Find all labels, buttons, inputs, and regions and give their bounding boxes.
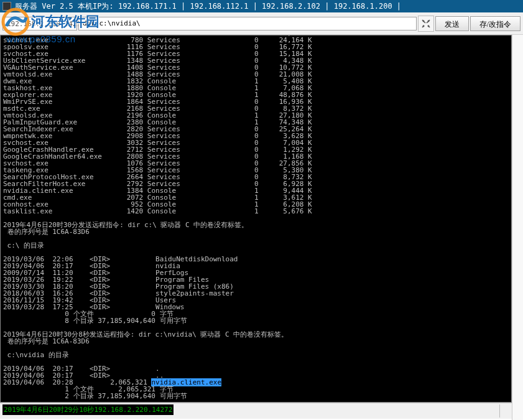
main-area: svchost.exe 936 Services 0 37,776 K svch… [0, 35, 523, 420]
status-scrollbar[interactable] [499, 404, 509, 418]
status-text: 2019年4月6日20时29分10秒192.168.2.220.14272 [2, 404, 174, 415]
svg-point-2 [427, 20, 429, 22]
status-bar: 2019年4月6日20时29分10秒192.168.2.220.14272 [0, 403, 512, 419]
save-cmd-button[interactable]: 存/改指令 [470, 16, 521, 31]
console-output[interactable]: svchost.exe 936 Services 0 37,776 K svch… [0, 35, 512, 403]
tools-icon[interactable] [418, 16, 434, 32]
window-title: 服务器 Ver 2.5 本机IP为: 192.168.171.1 | 192.1… [15, 1, 401, 12]
svg-point-3 [422, 25, 424, 27]
client-ip-display: 192.168.2.220.14272 [2, 17, 77, 30]
console-wrapper: svchost.exe 936 Services 0 37,776 K svch… [0, 35, 512, 420]
send-button[interactable]: 发送 [435, 16, 469, 31]
toolbar: 192.168.2.220.14272 发送 存/改指令 [0, 12, 523, 35]
svg-point-1 [422, 20, 424, 22]
window-titlebar: 服务器 Ver 2.5 本机IP为: 192.168.171.1 | 192.1… [0, 0, 523, 12]
svg-point-4 [427, 25, 429, 27]
command-input[interactable] [78, 17, 417, 30]
right-side-panel [512, 35, 523, 420]
app-icon [2, 2, 11, 11]
